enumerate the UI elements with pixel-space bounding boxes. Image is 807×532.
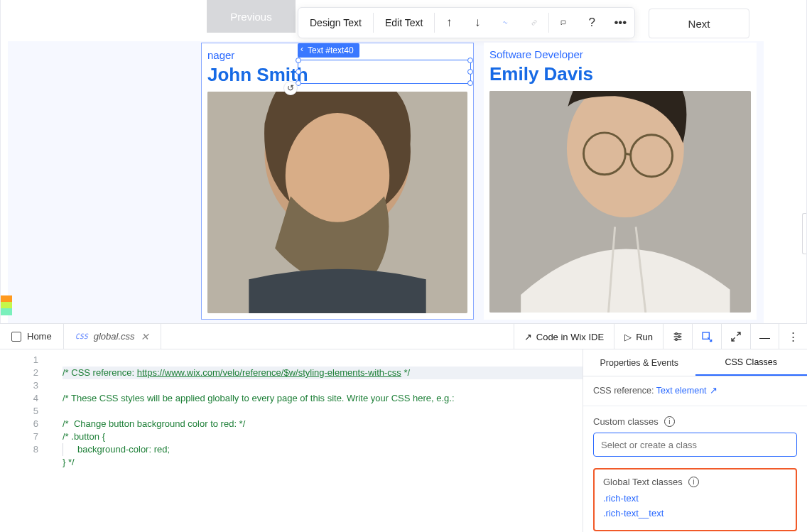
resize-handle[interactable] <box>467 80 473 86</box>
element-toolbar: Design Text Edit Text ↑ ↓ ? ••• <box>298 7 635 38</box>
ide-toolbar: ↗ Code in Wix IDE ▷ Run — ⋮ <box>514 324 807 349</box>
info-icon[interactable]: i <box>688 477 699 487</box>
profile-image-1 <box>207 92 467 313</box>
button-label: Run <box>636 332 653 342</box>
ide-panel: Home CSS global.css ✕ ↗ Code in Wix IDE … <box>0 323 807 532</box>
edit-text-button[interactable]: Edit Text <box>374 8 434 38</box>
help-icon[interactable]: ? <box>578 8 606 38</box>
tab-properties-events[interactable]: Properties & Events <box>583 349 695 376</box>
tab-css-classes[interactable]: CSS Classes <box>695 349 808 376</box>
tab-label: global.css <box>94 331 135 342</box>
external-link-icon: ↗ <box>710 386 717 396</box>
line-gutter: 1 2 3 4 5 6 7 8 <box>0 349 55 532</box>
resize-handle[interactable] <box>467 69 473 75</box>
minimize-icon[interactable]: — <box>750 324 779 349</box>
page-icon <box>11 332 21 342</box>
expand-icon[interactable] <box>721 324 750 349</box>
next-button[interactable]: Next <box>649 9 749 38</box>
css-reference-row: CSS reference: Text element↗ <box>593 385 797 396</box>
svg-point-14 <box>676 339 678 341</box>
arrow-down-icon[interactable]: ↓ <box>463 8 492 38</box>
run-button[interactable]: ▷ Run <box>614 324 663 349</box>
svg-point-13 <box>678 336 681 338</box>
profile-card-2[interactable]: Software Developer Emily Davis <box>484 43 757 320</box>
tab-label: Home <box>27 331 52 342</box>
external-link-icon: ↗ <box>524 332 532 342</box>
global-class-item[interactable]: .rich-text <box>603 493 787 504</box>
info-icon[interactable]: i <box>664 416 675 427</box>
global-class-item[interactable]: .rich-text__text <box>603 508 787 519</box>
open-wix-ide-button[interactable]: ↗ Code in Wix IDE <box>514 324 614 349</box>
reset-icon[interactable]: ↺ <box>283 81 298 95</box>
card-title: Emily Davis <box>484 60 757 91</box>
selection-outline[interactable] <box>298 60 471 84</box>
code-editor[interactable]: 1 2 3 4 5 6 7 8 /* CSS reference: https:… <box>0 349 583 532</box>
selection-tag[interactable]: Text #text40 <box>298 43 359 58</box>
card-subtitle: Software Developer <box>484 43 757 60</box>
resize-handle[interactable] <box>296 69 301 75</box>
side-sticky-notes <box>1 295 12 315</box>
inspector-icon[interactable] <box>692 324 721 349</box>
svg-point-12 <box>676 333 678 335</box>
custom-class-input[interactable] <box>593 433 797 457</box>
arrow-up-icon[interactable]: ↑ <box>435 8 463 38</box>
tab-global-css[interactable]: CSS global.css ✕ <box>64 324 161 349</box>
resize-handle[interactable] <box>296 58 301 63</box>
resize-handle[interactable] <box>467 58 473 63</box>
tab-home[interactable]: Home <box>0 324 64 349</box>
animation-icon[interactable] <box>492 8 520 38</box>
more-vertical-icon[interactable]: ⋮ <box>779 324 807 349</box>
close-icon[interactable]: ✕ <box>141 331 149 342</box>
link-icon[interactable] <box>520 8 548 38</box>
right-panel: Properties & Events CSS Classes CSS refe… <box>583 349 807 532</box>
code-content[interactable]: /* CSS reference: https://www.wix.com/ve… <box>55 349 583 532</box>
settings-icon[interactable] <box>663 324 692 349</box>
svg-line-8 <box>625 153 630 154</box>
global-classes-label: Global Text classes <box>603 477 683 487</box>
css-reference-link[interactable]: Text element↗ <box>656 386 717 396</box>
css-icon: CSS <box>75 332 88 340</box>
profile-image-2 <box>489 91 751 313</box>
profile-card-1[interactable]: nager John Smith <box>201 43 474 320</box>
previous-button[interactable]: Previous <box>207 0 296 33</box>
design-text-button[interactable]: Design Text <box>298 8 373 38</box>
comment-icon[interactable] <box>549 8 578 38</box>
panel-drag-handle[interactable] <box>802 213 806 254</box>
button-label: Code in Wix IDE <box>536 332 604 342</box>
more-icon[interactable]: ••• <box>606 8 634 38</box>
play-icon: ▷ <box>624 332 632 342</box>
global-classes-box: Global Text classes i .rich-text .rich-t… <box>593 468 797 531</box>
custom-classes-label: Custom classes i <box>593 416 797 427</box>
